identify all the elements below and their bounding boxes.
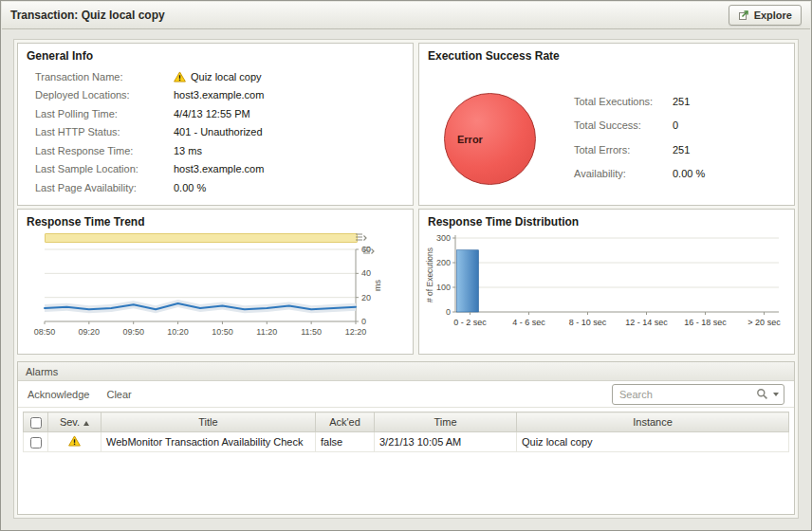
stat-total-errors: Total Errors: 251 bbox=[574, 137, 705, 162]
svg-text:> 20 sec: > 20 sec bbox=[747, 318, 781, 327]
info-value: host3.example.com bbox=[174, 89, 264, 101]
svg-text:20: 20 bbox=[361, 293, 371, 302]
info-value: Quiz local copy bbox=[174, 71, 262, 82]
svg-text:100: 100 bbox=[436, 283, 451, 292]
svg-text:16 - 18 sec: 16 - 18 sec bbox=[684, 318, 727, 327]
svg-text:12 - 14 sec: 12 - 14 sec bbox=[625, 318, 668, 327]
execution-success-rate-panel: Execution Success Rate Error Total Execu… bbox=[418, 43, 795, 206]
trend-title: Response Time Trend bbox=[18, 210, 413, 231]
info-value: 13 ms bbox=[174, 145, 202, 156]
search-icon[interactable] bbox=[756, 388, 768, 400]
select-all-header[interactable] bbox=[24, 412, 48, 432]
info-value: 4/4/13 12:55 PM bbox=[174, 108, 250, 119]
search-input[interactable] bbox=[618, 388, 756, 401]
alarms-panel-header: Alarms bbox=[18, 362, 794, 381]
general-info-list: Transaction Name: Quiz local copy Deploy… bbox=[18, 67, 413, 197]
info-label: Last Page Availability: bbox=[35, 182, 174, 193]
explore-icon bbox=[738, 9, 749, 21]
svg-text:11:20: 11:20 bbox=[256, 327, 277, 337]
stat-label: Total Errors: bbox=[574, 144, 673, 156]
execution-title: Execution Success Rate bbox=[419, 44, 794, 65]
alarms-toolbar: Acknowledge Clear bbox=[18, 381, 794, 408]
alarm-title-cell[interactable]: WebMonitor Transaction Availability Chec… bbox=[102, 432, 316, 452]
page-title: Transaction: Quiz local copy bbox=[10, 9, 165, 22]
svg-text:60: 60 bbox=[361, 245, 371, 254]
alarms-header-row: Sev. Title Ack'ed Time Instance bbox=[24, 412, 789, 432]
svg-text:08:50: 08:50 bbox=[34, 327, 56, 337]
execution-stats: Total Executions: 251 Total Success: 0 T… bbox=[574, 89, 705, 186]
svg-text:12:20: 12:20 bbox=[345, 327, 367, 337]
explore-label: Explore bbox=[754, 9, 792, 21]
stat-label: Total Executions: bbox=[574, 96, 673, 107]
alarms-panel: Alarms Acknowledge Clear Sev. Title bbox=[17, 361, 795, 515]
svg-text:10:50: 10:50 bbox=[212, 327, 233, 337]
info-row-last-sample-location: Last Sample Location: host3.example.com bbox=[18, 160, 413, 179]
info-value: 0.00 % bbox=[174, 182, 206, 193]
response-time-trend-panel: Response Time Trend 020406008:5009:2009:… bbox=[17, 209, 414, 355]
alarm-select-cell[interactable] bbox=[24, 432, 48, 452]
clear-button[interactable]: Clear bbox=[106, 389, 131, 400]
info-label: Deployed Locations: bbox=[35, 89, 174, 101]
alarm-instance-cell[interactable]: Quiz local copy bbox=[517, 432, 789, 452]
svg-text:40: 40 bbox=[361, 268, 371, 278]
info-label: Last Sample Location: bbox=[35, 163, 174, 174]
general-info-title: General Info bbox=[18, 44, 413, 65]
distribution-chart: 01002003000 - 2 sec4 - 6 sec8 - 10 sec12… bbox=[423, 232, 799, 350]
column-header-title[interactable]: Title bbox=[102, 412, 316, 432]
column-header-time[interactable]: Time bbox=[375, 412, 517, 432]
svg-text:09:20: 09:20 bbox=[79, 327, 101, 337]
info-value-text: Quiz local copy bbox=[191, 71, 262, 82]
info-row-last-http-status: Last HTTP Status: 401 - Unauthorized bbox=[18, 123, 413, 142]
stat-total-executions: Total Executions: 251 bbox=[574, 89, 705, 114]
alarm-severity-cell bbox=[48, 432, 102, 452]
info-label: Last Response Time: bbox=[35, 145, 174, 156]
alarm-row[interactable]: WebMonitor Transaction Availability Chec… bbox=[24, 432, 789, 452]
svg-text:0: 0 bbox=[446, 307, 451, 317]
info-label: Transaction Name: bbox=[35, 71, 174, 82]
stat-value: 251 bbox=[673, 96, 690, 107]
info-label: Last HTTP Status: bbox=[35, 126, 174, 137]
svg-text:09:50: 09:50 bbox=[122, 327, 144, 337]
stat-value: 0.00 % bbox=[673, 168, 705, 179]
svg-text:200: 200 bbox=[436, 258, 451, 267]
select-all-checkbox[interactable] bbox=[30, 417, 42, 429]
svg-text:ms: ms bbox=[373, 280, 382, 291]
stat-availability: Availability: 0.00 % bbox=[574, 162, 705, 187]
svg-text:4 - 6 sec: 4 - 6 sec bbox=[512, 318, 545, 327]
error-pie-chart[interactable]: Error bbox=[444, 93, 536, 185]
title-bar: Transaction: Quiz local copy Explore bbox=[2, 2, 810, 29]
svg-text:10:20: 10:20 bbox=[167, 327, 189, 337]
warning-icon bbox=[68, 435, 81, 447]
stat-label: Total Success: bbox=[574, 119, 673, 131]
alarm-row-checkbox[interactable] bbox=[30, 437, 42, 449]
acknowledge-button[interactable]: Acknowledge bbox=[28, 389, 89, 400]
info-row-transaction-name: Transaction Name: Quiz local copy bbox=[18, 67, 413, 86]
explore-button[interactable]: Explore bbox=[729, 5, 802, 26]
svg-text:0 - 2 sec: 0 - 2 sec bbox=[453, 318, 487, 327]
stat-value: 251 bbox=[673, 144, 690, 156]
severity-header-label: Sev. bbox=[60, 416, 80, 428]
general-info-panel: General Info Transaction Name: Quiz loca… bbox=[17, 43, 414, 206]
chart-menu-icon[interactable] bbox=[355, 232, 367, 243]
column-header-instance[interactable]: Instance bbox=[517, 412, 789, 432]
response-time-distribution-panel: Response Time Distribution 01002003000 -… bbox=[418, 209, 795, 355]
pie-slice-label: Error bbox=[457, 134, 483, 145]
column-header-acked[interactable]: Ack'ed bbox=[316, 412, 375, 432]
alarms-table: Sev. Title Ack'ed Time Instance WebMonit… bbox=[23, 412, 789, 452]
dashboard-content: General Info Transaction Name: Quiz loca… bbox=[13, 39, 799, 519]
distribution-bar-chart: 01002003000 - 2 sec4 - 6 sec8 - 10 sec12… bbox=[423, 232, 799, 350]
alarm-acked-cell[interactable]: false bbox=[316, 432, 375, 452]
info-row-deployed-locations: Deployed Locations: host3.example.com bbox=[18, 86, 413, 105]
svg-text:0: 0 bbox=[361, 317, 366, 326]
info-row-last-response-time: Last Response Time: 13 ms bbox=[18, 141, 413, 160]
alarm-time-cell[interactable]: 3/21/13 10:05 AM bbox=[375, 432, 517, 452]
svg-text:# of Executions: # of Executions bbox=[425, 247, 434, 302]
info-row-last-polling-time: Last Polling Time: 4/4/13 12:55 PM bbox=[18, 104, 413, 123]
search-options-dropdown-icon[interactable] bbox=[773, 393, 779, 396]
info-label: Last Polling Time: bbox=[35, 108, 174, 119]
column-header-severity[interactable]: Sev. bbox=[48, 412, 102, 432]
svg-text:8 - 10 sec: 8 - 10 sec bbox=[569, 318, 607, 327]
threshold-band bbox=[45, 233, 358, 243]
search-box[interactable] bbox=[612, 384, 784, 405]
svg-text:300: 300 bbox=[436, 233, 451, 243]
